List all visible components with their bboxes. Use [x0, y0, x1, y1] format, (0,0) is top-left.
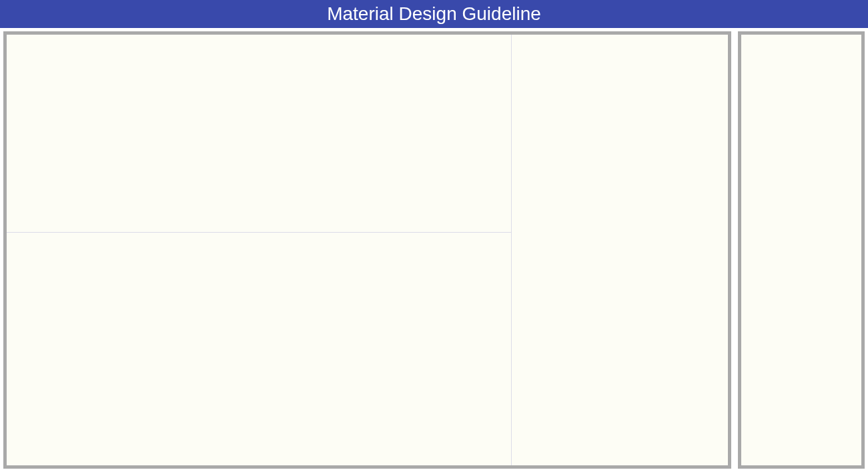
- content-area: [0, 28, 868, 472]
- top-left-cell: [7, 35, 511, 233]
- bottom-left-cell: [7, 233, 511, 465]
- main-panel: [3, 31, 731, 469]
- app-title: Material Design Guideline: [327, 3, 541, 25]
- right-column-cell: [512, 35, 728, 465]
- app-header: Material Design Guideline: [0, 0, 868, 28]
- left-column: [7, 35, 512, 465]
- side-panel: [738, 31, 865, 469]
